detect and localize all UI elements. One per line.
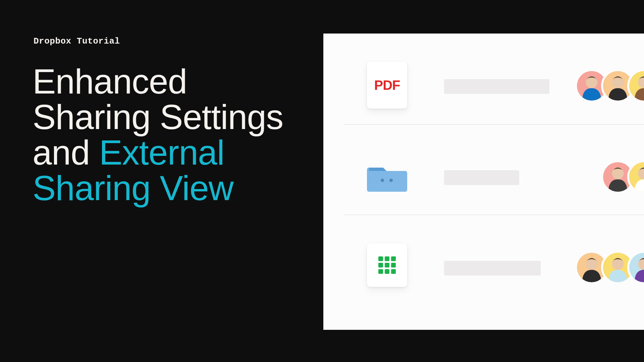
pdf-file-icon: PDF [367, 62, 407, 109]
svg-point-6 [381, 179, 384, 182]
shared-with-avatars [582, 251, 644, 284]
tutorial-slide: Dropbox Tutorial Enhanced Sharing Settin… [0, 0, 644, 362]
spreadsheet-file-icon [367, 243, 407, 287]
svg-point-15 [612, 258, 624, 270]
pdf-label: PDF [374, 78, 400, 93]
headline: Enhanced Sharing Settings and External S… [33, 64, 287, 206]
file-row-pdf: PDF [323, 34, 644, 124]
svg-point-3 [612, 76, 624, 88]
svg-point-11 [612, 168, 624, 179]
file-row-folder [343, 124, 644, 215]
shared-with-avatars [608, 160, 644, 194]
eyebrow: Dropbox Tutorial [34, 36, 120, 46]
shared-folder-icon [367, 160, 407, 193]
file-row-spreadsheet [343, 215, 644, 305]
filename-placeholder [444, 261, 541, 276]
sharing-illustration-panel: PDF [323, 34, 644, 330]
filename-placeholder [444, 170, 519, 185]
filename-placeholder [444, 79, 549, 94]
svg-point-17 [586, 258, 597, 270]
shared-with-avatars [582, 69, 644, 103]
svg-point-7 [389, 179, 393, 182]
svg-point-5 [586, 76, 597, 88]
grid-icon [378, 256, 396, 274]
